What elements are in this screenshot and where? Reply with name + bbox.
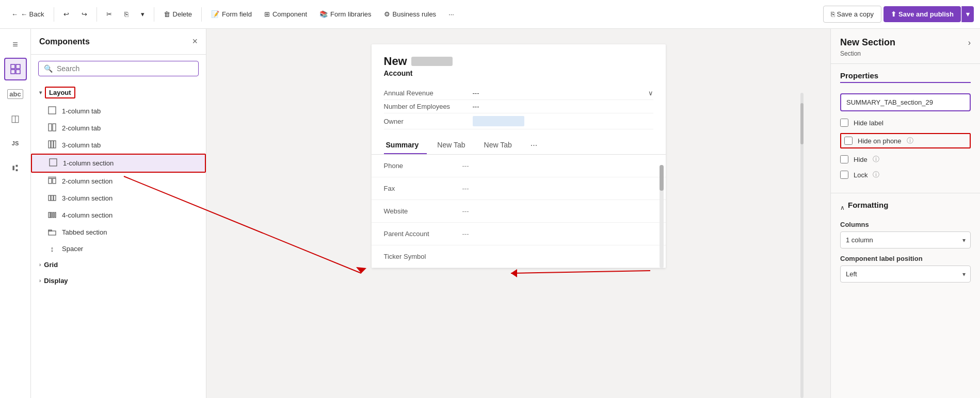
- item-1col-tab[interactable]: 1-column tab: [31, 103, 206, 120]
- layout-group-header[interactable]: ▾ Layout: [31, 82, 206, 103]
- 3col-tab-icon: [47, 140, 57, 150]
- columns-select[interactable]: 1 column 2 columns 3 columns 4 columns: [840, 231, 971, 248]
- tab-new-tab-2-label: New Tab: [484, 141, 512, 149]
- hide-info-icon[interactable]: ⓘ: [873, 155, 879, 164]
- form-title-blurred: [411, 57, 453, 66]
- grid-group-header[interactable]: › Grid: [31, 257, 206, 273]
- connections-icon-button[interactable]: ⑆: [4, 157, 27, 179]
- formfield-label: Form field: [222, 10, 252, 18]
- main-layout: ≡ abc ◫ JS ⑆ Components ×: [0, 29, 980, 398]
- fax-value: ---: [462, 185, 653, 192]
- section-row-ticker-symbol: Ticker Symbol: [372, 245, 666, 268]
- tab-new-tab-2[interactable]: New Tab: [482, 137, 520, 154]
- component-button[interactable]: ⊞ Component: [259, 7, 312, 21]
- panel-close-button[interactable]: ×: [192, 36, 198, 47]
- copy-button[interactable]: ⎘: [119, 7, 134, 21]
- businessrules-icon: ⚙: [384, 10, 390, 18]
- dropdown-button[interactable]: ▾: [136, 7, 150, 21]
- svg-rect-9: [54, 141, 56, 148]
- display-group-header[interactable]: › Display: [31, 273, 206, 289]
- properties-title: Properties: [840, 71, 971, 83]
- menu-icon-button[interactable]: ≡: [4, 33, 27, 56]
- lock-checkbox[interactable]: [840, 171, 848, 179]
- section-row-phone: Phone ---: [372, 155, 666, 177]
- expand-icon: ›: [968, 38, 971, 47]
- item-3col-tab[interactable]: 3-column tab: [31, 137, 206, 154]
- item-2col-tab-label: 2-column tab: [62, 124, 101, 132]
- tab-new-tab-1[interactable]: New Tab: [435, 137, 473, 154]
- search-input[interactable]: [57, 64, 193, 73]
- content-scrollbar-thumb: [660, 165, 664, 191]
- svg-rect-12: [53, 178, 56, 184]
- formatting-section: ∧ Formatting Columns 1 column 2 columns …: [831, 193, 980, 290]
- name-input-wrapper: [840, 93, 971, 111]
- ticker-symbol-label: Ticker Symbol: [384, 253, 456, 260]
- tab-new-tab-1-label: New Tab: [437, 141, 465, 149]
- layout-icon-button[interactable]: [4, 58, 27, 80]
- save-publish-dropdown-button[interactable]: ▾: [961, 6, 974, 22]
- formatting-header: ∧ Formatting: [840, 201, 971, 214]
- 1col-tab-icon: [47, 106, 57, 116]
- right-panel-expand-button[interactable]: ›: [968, 38, 971, 47]
- fax-label: Fax: [384, 185, 456, 192]
- undo-icon: ↩: [63, 10, 69, 18]
- delete-button[interactable]: 🗑 Delete: [158, 7, 198, 21]
- right-panel-header: New Section ›: [831, 29, 980, 50]
- item-3col-section[interactable]: 3-column section: [31, 190, 206, 207]
- field-row-annual-revenue: Annual Revenue --- ∨: [384, 87, 653, 100]
- layers-icon-button[interactable]: ◫: [4, 107, 27, 130]
- js-icon-button[interactable]: JS: [4, 132, 27, 155]
- grid-label: Grid: [44, 261, 58, 269]
- redo-button[interactable]: ↪: [76, 7, 92, 21]
- svg-rect-10: [50, 159, 57, 166]
- businessrules-button[interactable]: ⚙ Business rules: [379, 7, 442, 21]
- section-name-input[interactable]: [840, 93, 971, 111]
- content-scrollbar-track: [660, 165, 664, 268]
- toolbar-divider-3: [154, 7, 154, 22]
- formfield-button[interactable]: 📝 Form field: [206, 7, 257, 21]
- item-spacer[interactable]: ↕ Spacer: [31, 241, 206, 257]
- save-publish-label: Save and publish: [898, 10, 954, 18]
- hide-checkbox[interactable]: [840, 155, 848, 163]
- annual-revenue-value: ---: [473, 89, 642, 97]
- formfield-icon: 📝: [211, 10, 219, 18]
- item-tabbed-section[interactable]: Tabbed section: [31, 224, 206, 241]
- save-copy-button[interactable]: ⎘ Save a copy: [823, 6, 882, 23]
- properties-section: Properties Hide label Hide on phone ⓘ Hi…: [831, 64, 980, 193]
- undo-button[interactable]: ↩: [58, 7, 74, 21]
- properties-label: Properties: [840, 71, 878, 80]
- back-button[interactable]: ← ← Back: [6, 7, 50, 21]
- formlibraries-button[interactable]: 📚 Form libraries: [314, 7, 376, 21]
- text-icon-button[interactable]: abc: [4, 82, 27, 105]
- save-publish-button[interactable]: ⬆ Save and publish: [883, 6, 961, 22]
- hamburger-icon: ≡: [12, 39, 18, 50]
- component-label: Component: [272, 10, 307, 18]
- item-2col-section[interactable]: 2-column section: [31, 173, 206, 190]
- hide-row: Hide ⓘ: [840, 155, 971, 164]
- item-1col-section[interactable]: 1-column section: [31, 154, 206, 173]
- website-label: Website: [384, 207, 456, 215]
- item-4col-section[interactable]: 4-column section: [31, 207, 206, 224]
- lock-info-icon[interactable]: ⓘ: [873, 170, 879, 179]
- tab-more-button[interactable]: ···: [528, 137, 539, 154]
- comp-label-pos-select[interactable]: Left Right Top Bottom: [840, 266, 971, 283]
- svg-rect-0: [11, 64, 15, 69]
- svg-rect-7: [49, 141, 51, 148]
- tab-summary[interactable]: Summary: [384, 137, 427, 154]
- item-2col-tab[interactable]: 2-column tab: [31, 120, 206, 137]
- hide-on-phone-checkbox[interactable]: [844, 137, 853, 145]
- tabbed-section-icon: [47, 227, 57, 237]
- item-1col-section-label: 1-column section: [63, 159, 114, 167]
- toolbar: ← ← Back ↩ ↪ ✂ ⎘ ▾ 🗑 Delete 📝 Form field…: [0, 0, 980, 29]
- svg-rect-16: [54, 195, 56, 201]
- hide-label-checkbox[interactable]: [840, 119, 848, 127]
- form-header: New Account: [372, 44, 666, 82]
- js-icon: JS: [12, 140, 19, 146]
- component-icon: ⊞: [264, 10, 270, 18]
- num-employees-label: Number of Employees: [384, 103, 467, 110]
- more-button[interactable]: ···: [443, 7, 459, 21]
- hide-on-phone-info-icon[interactable]: ⓘ: [907, 136, 913, 145]
- item-2col-section-label: 2-column section: [62, 177, 113, 185]
- cut-button[interactable]: ✂: [101, 7, 117, 21]
- formatting-collapse-button[interactable]: ∧: [840, 204, 845, 211]
